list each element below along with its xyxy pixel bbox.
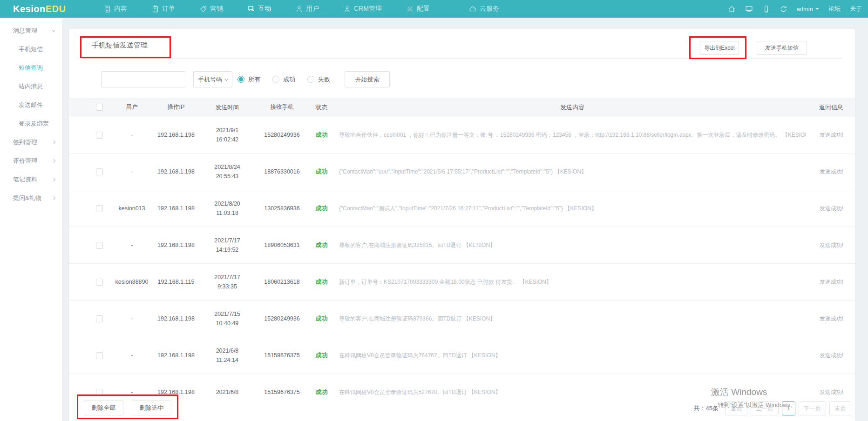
radio-option-0[interactable]: 所有 — [237, 75, 260, 84]
sidebar-item-sms-query[interactable]: 短信查询 — [0, 59, 62, 77]
row-checkbox[interactable] — [96, 132, 103, 139]
send-sms-button[interactable]: 发送手机短信 — [757, 41, 807, 55]
table-row: -192.168.1.1982021/6/811:24:141515967637… — [69, 337, 855, 374]
sidebar-group-message[interactable]: 消息管理 — [0, 21, 62, 40]
search-input[interactable] — [101, 71, 186, 87]
nav-item-label: 订单 — [162, 5, 175, 13]
row-checkbox-cell — [88, 132, 111, 139]
table-row: -192.168.1.1982021/9/116:02:421528024993… — [69, 117, 855, 154]
header-time: 发送时间 — [199, 103, 255, 112]
cell-time: 9:33:35 — [199, 282, 255, 291]
sidebar-group-label: 签到管理 — [13, 138, 37, 147]
page-current-button[interactable]: 1 — [782, 401, 795, 415]
cell-phone: 13025836936 — [255, 205, 309, 212]
page-button-1[interactable]: 上一页 — [751, 401, 779, 415]
nav-item-cloud[interactable]: 云服务 — [469, 5, 499, 13]
nav-item-users[interactable]: 用户 — [295, 5, 319, 13]
refresh-icon[interactable] — [780, 5, 787, 13]
cell-date: 2021/8/20 — [199, 199, 255, 208]
cell-send-time: 2021/7/179:33:35 — [199, 273, 255, 291]
forum-link[interactable]: 论坛 — [828, 5, 841, 13]
row-checkbox[interactable] — [96, 315, 103, 322]
row-checkbox[interactable] — [96, 168, 103, 175]
nav-item-label: 互动 — [258, 5, 271, 13]
sidebar-group-label: 提问&礼物 — [13, 194, 41, 202]
cell-time: 10:40:49 — [199, 319, 255, 328]
row-checkbox[interactable] — [96, 389, 103, 396]
status-radio-group: 所有成功失败 — [237, 71, 330, 87]
chevron-right-icon — [52, 140, 55, 144]
home-icon[interactable] — [728, 5, 736, 13]
chevron-down-icon — [224, 77, 228, 80]
sidebar-item-sms[interactable]: 手机短信 — [0, 40, 62, 59]
pagination: 共：45条 首页上一页1下一页末页 — [694, 401, 851, 415]
row-checkbox[interactable] — [96, 242, 103, 249]
nav-item-orders[interactable]: 订单 — [151, 5, 175, 13]
cell-date: 2021/8/24 — [199, 162, 255, 172]
sidebar-item-send-email[interactable]: 发送邮件 — [0, 96, 62, 114]
cell-content: 新订单，订单号：KS210717093333309 金额18.00状态 已付款 … — [339, 278, 806, 286]
chevron-right-icon — [52, 196, 55, 200]
mobile-icon[interactable] — [762, 5, 770, 13]
delete-all-button[interactable]: 删除全部 — [84, 401, 123, 415]
table-row: -192.168.1.1982021/7/1714:19:52189060536… — [69, 227, 855, 264]
sidebar-item-site-message[interactable]: 站内消息 — [0, 77, 62, 96]
search-field-value: 手机号码 — [198, 75, 222, 84]
row-checkbox[interactable] — [96, 279, 103, 286]
cell-result: 发送成功! — [806, 168, 843, 176]
page-button-3[interactable]: 下一页 — [799, 401, 827, 415]
nav-item-marketing[interactable]: 营销 — [199, 5, 223, 13]
app-logo: KesionEDU — [13, 0, 66, 18]
cell-date: 2021/7/17 — [199, 236, 255, 245]
radio-label: 失败 — [318, 75, 330, 84]
nav-item-crm[interactable]: CRM管理 — [343, 5, 382, 13]
nav-item-interact[interactable]: 互动 — [247, 5, 271, 13]
cell-time: 16:02:42 — [199, 135, 255, 144]
footer-bar: 删除全部 删除选中 共：45条 首页上一页1下一页末页 — [69, 395, 855, 421]
radio-option-1[interactable]: 成功 — [272, 75, 295, 84]
cell-send-time: 2021/7/1714:19:52 — [199, 236, 255, 254]
cell-result: 发送成功! — [806, 315, 843, 323]
radio-icon — [237, 76, 244, 83]
header-ip: 操作IP — [153, 103, 199, 111]
cell-user: kesion88890 — [111, 279, 153, 285]
monitor-icon[interactable] — [745, 5, 753, 13]
select-all-checkbox-cell — [88, 104, 111, 111]
header-result: 返回信息 — [806, 103, 843, 112]
radio-option-2[interactable]: 失败 — [307, 75, 330, 84]
cell-status: 成功 — [309, 241, 334, 249]
nav-item-content[interactable]: 内容 — [103, 5, 127, 13]
sidebar-group-qa-gift[interactable]: 提问&礼物 — [0, 189, 62, 207]
row-checkbox[interactable] — [96, 352, 103, 359]
sidebar-item-login-bind[interactable]: 登录及绑定 — [0, 114, 62, 133]
admin-menu[interactable]: admin — [797, 6, 819, 13]
nav-quick-icons — [728, 5, 787, 13]
page-title: 手机短信发送管理 — [92, 41, 148, 50]
nav-item-config[interactable]: 配置 — [406, 5, 430, 13]
sidebar-group-notes[interactable]: 笔记资料 — [0, 170, 62, 189]
sidebar: 消息管理手机短信短信查询站内消息发送邮件登录及绑定签到管理评价管理笔记资料提问&… — [0, 18, 62, 421]
delete-selected-button[interactable]: 删除选中 — [132, 401, 171, 415]
cell-user: - — [111, 352, 153, 359]
gear-icon — [406, 5, 414, 13]
sidebar-group-checkin[interactable]: 签到管理 — [0, 133, 62, 152]
status-badge: 成功 — [316, 168, 328, 175]
select-all-checkbox[interactable] — [96, 104, 103, 111]
cell-user: - — [111, 389, 153, 395]
page-button-4[interactable]: 末页 — [829, 401, 851, 415]
cell-content: 在科讯网校V8会员登录验证码为527678。回TD退订 【KESION】 — [339, 388, 806, 396]
nav-item-label: 配置 — [417, 5, 430, 13]
table-header-row: 用户 操作IP 发送时间 接收手机 状态 发送内容 返回信息 — [69, 98, 855, 117]
row-checkbox[interactable] — [96, 205, 103, 212]
export-excel-button[interactable]: 导出到Excel — [700, 41, 739, 55]
start-search-button[interactable]: 开始搜索 — [345, 71, 390, 87]
page-button-0[interactable]: 首页 — [726, 401, 747, 415]
sidebar-group-review[interactable]: 评价管理 — [0, 152, 62, 170]
about-link[interactable]: 关于 — [850, 5, 862, 13]
row-checkbox-cell — [88, 389, 111, 396]
top-navbar: KesionEDU 内容订单营销互动用户CRM管理配置云服务 admin 论坛 … — [0, 0, 868, 18]
search-field-select[interactable]: 手机号码 — [193, 71, 232, 87]
cell-phone: 15159676375 — [255, 352, 309, 359]
status-badge: 成功 — [316, 278, 328, 285]
cell-result: 发送成功! — [806, 205, 843, 213]
